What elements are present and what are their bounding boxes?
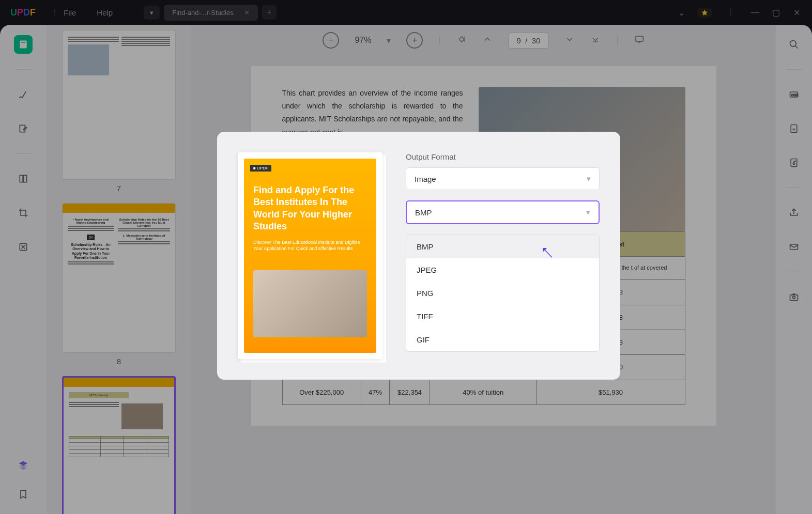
dropdown-option-jpeg[interactable]: JPEG: [406, 258, 599, 282]
dropdown-option-bmp[interactable]: BMP: [406, 235, 599, 258]
image-type-select[interactable]: BMP▾: [406, 200, 600, 224]
chevron-down-icon: ▾: [586, 208, 590, 217]
preview-subtitle: Discover The Best Educational Institute …: [253, 239, 367, 252]
output-format-select[interactable]: Image▾: [406, 167, 600, 190]
chevron-down-icon: ▾: [587, 174, 591, 183]
dropdown-option-png[interactable]: PNG: [406, 282, 599, 305]
output-format-label: Output Format: [406, 152, 600, 161]
preview-title: Find and Apply For the Best Institutes I…: [253, 184, 367, 233]
export-dialog: ■ UPDF Find and Apply For the Best Insti…: [217, 132, 620, 380]
dropdown-option-tiff[interactable]: TIFF: [406, 305, 599, 328]
dropdown-option-gif[interactable]: GIF: [406, 328, 599, 351]
dialog-preview: ■ UPDF Find and Apply For the Best Insti…: [238, 152, 382, 359]
image-type-dropdown: BMP JPEG PNG TIFF GIF: [406, 235, 600, 352]
